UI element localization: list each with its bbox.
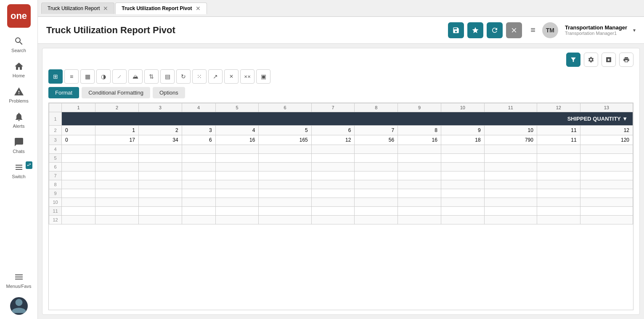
pivot-table: 1 2 3 4 5 6 7 8 9 10 11 12 13: [49, 103, 633, 224]
switch-icon-main: [14, 162, 24, 172]
chart-type-pie[interactable]: ◑: [96, 69, 111, 84]
col-5: 5: [215, 103, 259, 112]
filter-icon: [570, 56, 577, 63]
table-row: 12: [49, 216, 633, 224]
tab-close-button[interactable]: ✕: [103, 5, 108, 11]
save-report-button[interactable]: [448, 22, 464, 38]
favorite-button[interactable]: [467, 22, 483, 38]
table-row: 10: [49, 198, 633, 207]
col-8: 8: [355, 103, 398, 112]
table-row: 3 0 17 34 6 16 165 12 56 16 18 790 11 12…: [49, 135, 633, 145]
sidebar-item-switch[interactable]: Switch: [0, 158, 37, 183]
table-row: 2 0 1 2 3 4 5 6 7 8 9 10 11 12: [49, 126, 633, 135]
user-avatar: TM: [542, 22, 558, 38]
gear-icon: [588, 56, 594, 63]
sidebar-label-search: Search: [11, 48, 26, 53]
sidebar-item-chats[interactable]: Chats: [0, 133, 37, 158]
sidebar-label-chats: Chats: [13, 149, 25, 154]
tab-truck-report[interactable]: Truck Utilization Report ✕: [41, 3, 114, 14]
options-button[interactable]: Options: [153, 87, 185, 98]
tab-label-active: Truck Utilization Report Pivot: [122, 5, 192, 11]
format-button[interactable]: Format: [48, 87, 79, 98]
sidebar-item-home[interactable]: Home: [0, 57, 37, 82]
chart-type-area[interactable]: ⛰: [128, 69, 143, 84]
chart-type-trend[interactable]: ↗: [208, 69, 223, 84]
chart-type-list[interactable]: ≡: [64, 69, 79, 84]
chart-type-line[interactable]: ⟋: [112, 69, 127, 84]
col-7: 7: [311, 103, 355, 112]
corner-cell: [49, 103, 62, 112]
sidebar-item-alerts[interactable]: Alerts: [0, 108, 37, 133]
export-toolbar-button[interactable]: [602, 53, 616, 67]
top-toolbar: [42, 48, 639, 69]
chart-type-x[interactable]: ✕: [224, 69, 239, 84]
refresh-icon: [491, 26, 498, 34]
header-menu-button[interactable]: ≡: [530, 25, 535, 35]
format-toolbar: Format Conditional Formatting Options: [42, 87, 639, 103]
chart-type-hbar[interactable]: ▤: [160, 69, 175, 84]
table-row: 4: [49, 145, 633, 154]
shipped-quantity-header: SHIPPED QUANTITY ▼: [62, 112, 633, 126]
tab-truck-pivot[interactable]: Truck Utilization Report Pivot ✕: [115, 3, 207, 14]
table-row: 11: [49, 207, 633, 216]
sidebar: one Search Home Problems Alerts Chats: [0, 0, 38, 319]
page-header: Truck Utilization Report Pivot: [38, 17, 644, 44]
header-actions: ≡ TM Transportation Manager Transportati…: [448, 22, 636, 38]
chart-type-bar[interactable]: ▦: [80, 69, 95, 84]
row-num-3: 3: [49, 135, 62, 145]
col-4: 4: [182, 103, 215, 112]
sidebar-label-home: Home: [13, 73, 25, 78]
bell-icon: [14, 112, 24, 122]
col-6: 6: [259, 103, 311, 112]
print-toolbar-button[interactable]: [619, 53, 633, 67]
filter-toolbar-button[interactable]: [566, 53, 580, 67]
star-icon: [472, 26, 479, 34]
col-number-row: 1 2 3 4 5 6 7 8 9 10 11 12 13: [49, 103, 633, 112]
tab-close-active-button[interactable]: ✕: [196, 5, 201, 11]
user-avatar-bottom[interactable]: [10, 297, 28, 315]
table-row: 5: [49, 154, 633, 163]
sidebar-label-problems: Problems: [9, 98, 28, 103]
close-button[interactable]: [506, 22, 522, 38]
chart-type-scatter[interactable]: ⁙: [192, 69, 207, 84]
main-area: Truck Utilization Report ✕ Truck Utiliza…: [38, 0, 644, 319]
pivot-table-wrapper: 1 2 3 4 5 6 7 8 9 10 11 12 13: [48, 103, 633, 310]
table-row: 9: [49, 189, 633, 198]
col-1: 1: [62, 103, 95, 112]
search-icon: [14, 36, 24, 46]
row-num-1: 1: [49, 112, 62, 126]
switch-sub-icon: [27, 162, 32, 167]
export-icon: [605, 56, 612, 63]
user-info: Transportation Manager Transportation Ma…: [565, 24, 627, 36]
sidebar-item-problems[interactable]: Problems: [0, 82, 37, 108]
chart-type-sort[interactable]: ⇅: [144, 69, 159, 84]
chart-type-radial[interactable]: ↻: [176, 69, 191, 84]
table-row: 7: [49, 171, 633, 180]
sidebar-label-alerts: Alerts: [13, 124, 24, 129]
tab-label: Truck Utilization Report: [48, 5, 100, 11]
refresh-button[interactable]: [487, 22, 503, 38]
shipped-header-row: 1 SHIPPED QUANTITY ▼: [49, 112, 633, 126]
sidebar-item-menus[interactable]: Menus/Favs: [0, 268, 37, 293]
switch-badge: [26, 161, 32, 169]
conditional-formatting-button[interactable]: Conditional Formatting: [82, 87, 150, 98]
chart-type-table[interactable]: ⊞: [48, 69, 63, 84]
settings-toolbar-button[interactable]: [584, 53, 598, 67]
sidebar-item-search[interactable]: Search: [0, 32, 37, 57]
table-row: 6: [49, 163, 633, 171]
user-chevron-icon[interactable]: ▾: [633, 27, 636, 33]
app-logo[interactable]: one: [7, 4, 31, 28]
chart-type-grid[interactable]: ▣: [256, 69, 270, 84]
user-avatar-icon: [10, 297, 28, 315]
alert-icon: [14, 87, 24, 97]
save-icon: [452, 26, 460, 34]
col-3: 3: [138, 103, 182, 112]
chart-type-xx[interactable]: ✕✕: [240, 69, 254, 84]
col-10: 10: [441, 103, 484, 112]
page-title: Truck Utilization Report Pivot: [46, 25, 448, 36]
col-2: 2: [95, 103, 139, 112]
menu-icon: [14, 272, 24, 282]
home-icon: [14, 61, 24, 71]
row-num-2: 2: [49, 126, 62, 135]
col-11: 11: [484, 103, 537, 112]
